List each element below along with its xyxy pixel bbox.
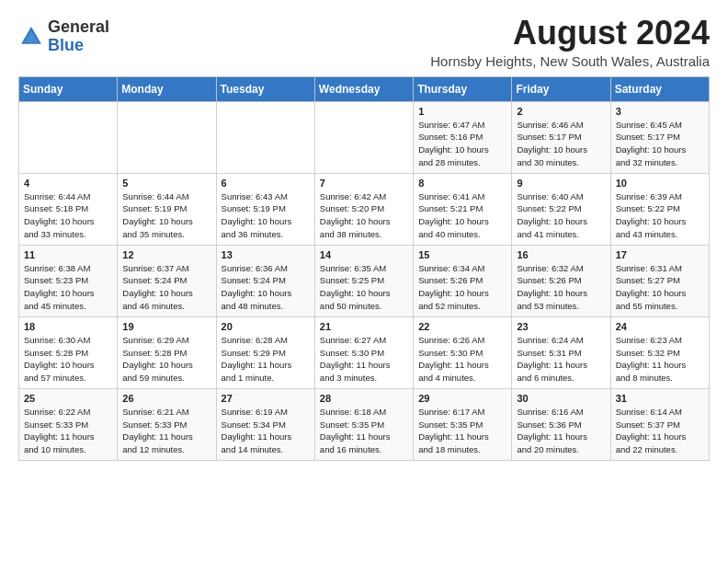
logo-text: General Blue bbox=[48, 18, 109, 55]
calendar-week-row: 4Sunrise: 6:44 AM Sunset: 5:18 PM Daylig… bbox=[19, 173, 710, 245]
calendar-cell: 6Sunrise: 6:43 AM Sunset: 5:19 PM Daylig… bbox=[216, 173, 314, 245]
day-info: Sunrise: 6:34 AM Sunset: 5:26 PM Dayligh… bbox=[418, 262, 506, 313]
calendar-week-row: 1Sunrise: 6:47 AM Sunset: 5:16 PM Daylig… bbox=[19, 101, 710, 173]
calendar-cell: 26Sunrise: 6:21 AM Sunset: 5:33 PM Dayli… bbox=[118, 388, 216, 460]
calendar-cell: 7Sunrise: 6:42 AM Sunset: 5:20 PM Daylig… bbox=[314, 173, 413, 245]
day-number: 16 bbox=[517, 249, 605, 260]
calendar-cell: 21Sunrise: 6:27 AM Sunset: 5:30 PM Dayli… bbox=[314, 316, 413, 388]
logo-icon bbox=[18, 24, 44, 50]
main-title: August 2024 bbox=[109, 15, 710, 52]
day-number: 4 bbox=[24, 178, 112, 189]
calendar-table: SundayMondayTuesdayWednesdayThursdayFrid… bbox=[18, 76, 710, 461]
calendar-cell: 30Sunrise: 6:16 AM Sunset: 5:36 PM Dayli… bbox=[512, 388, 610, 460]
weekday-header: Monday bbox=[118, 76, 216, 101]
calendar-cell: 2Sunrise: 6:46 AM Sunset: 5:17 PM Daylig… bbox=[512, 101, 610, 173]
day-info: Sunrise: 6:46 AM Sunset: 5:17 PM Dayligh… bbox=[517, 119, 605, 169]
day-number: 9 bbox=[517, 178, 605, 189]
day-info: Sunrise: 6:30 AM Sunset: 5:28 PM Dayligh… bbox=[24, 334, 112, 385]
calendar-cell: 17Sunrise: 6:31 AM Sunset: 5:27 PM Dayli… bbox=[610, 245, 709, 316]
calendar-cell: 13Sunrise: 6:36 AM Sunset: 5:24 PM Dayli… bbox=[216, 245, 314, 316]
day-info: Sunrise: 6:45 AM Sunset: 5:17 PM Dayligh… bbox=[616, 119, 704, 169]
day-info: Sunrise: 6:29 AM Sunset: 5:28 PM Dayligh… bbox=[122, 334, 210, 385]
day-number: 12 bbox=[122, 249, 210, 260]
calendar-cell: 5Sunrise: 6:44 AM Sunset: 5:19 PM Daylig… bbox=[118, 173, 216, 245]
calendar-cell bbox=[19, 101, 118, 173]
calendar-cell: 11Sunrise: 6:38 AM Sunset: 5:23 PM Dayli… bbox=[19, 245, 118, 316]
calendar-week-row: 11Sunrise: 6:38 AM Sunset: 5:23 PM Dayli… bbox=[19, 245, 710, 316]
logo-blue: Blue bbox=[48, 36, 84, 54]
calendar-week-row: 25Sunrise: 6:22 AM Sunset: 5:33 PM Dayli… bbox=[19, 388, 710, 460]
day-number: 22 bbox=[418, 321, 506, 332]
day-number: 6 bbox=[222, 178, 310, 189]
day-number: 1 bbox=[418, 106, 506, 117]
day-number: 10 bbox=[616, 178, 704, 189]
day-info: Sunrise: 6:19 AM Sunset: 5:34 PM Dayligh… bbox=[222, 406, 310, 456]
day-info: Sunrise: 6:17 AM Sunset: 5:35 PM Dayligh… bbox=[418, 406, 506, 456]
calendar-cell: 4Sunrise: 6:44 AM Sunset: 5:18 PM Daylig… bbox=[19, 173, 118, 245]
day-info: Sunrise: 6:41 AM Sunset: 5:21 PM Dayligh… bbox=[418, 190, 506, 241]
calendar-cell: 28Sunrise: 6:18 AM Sunset: 5:35 PM Dayli… bbox=[314, 388, 413, 460]
day-number: 19 bbox=[122, 321, 210, 332]
day-number: 7 bbox=[320, 178, 408, 189]
weekday-header: Friday bbox=[512, 76, 610, 101]
day-info: Sunrise: 6:24 AM Sunset: 5:31 PM Dayligh… bbox=[517, 334, 605, 385]
calendar-cell: 27Sunrise: 6:19 AM Sunset: 5:34 PM Dayli… bbox=[216, 388, 314, 460]
subtitle: Hornsby Heights, New South Wales, Austra… bbox=[109, 53, 710, 69]
day-number: 29 bbox=[418, 393, 506, 404]
weekday-header: Wednesday bbox=[314, 76, 413, 101]
day-info: Sunrise: 6:43 AM Sunset: 5:19 PM Dayligh… bbox=[222, 190, 310, 241]
day-info: Sunrise: 6:37 AM Sunset: 5:24 PM Dayligh… bbox=[122, 262, 210, 313]
day-number: 31 bbox=[616, 393, 704, 404]
calendar-cell: 29Sunrise: 6:17 AM Sunset: 5:35 PM Dayli… bbox=[414, 388, 512, 460]
calendar-cell bbox=[314, 101, 413, 173]
header: General Blue August 2024 Hornsby Heights… bbox=[18, 15, 710, 69]
weekday-header: Saturday bbox=[610, 76, 709, 101]
day-number: 11 bbox=[24, 249, 112, 260]
day-info: Sunrise: 6:39 AM Sunset: 5:22 PM Dayligh… bbox=[616, 190, 704, 241]
calendar-cell: 14Sunrise: 6:35 AM Sunset: 5:25 PM Dayli… bbox=[314, 245, 413, 316]
day-number: 14 bbox=[320, 249, 408, 260]
calendar-cell: 9Sunrise: 6:40 AM Sunset: 5:22 PM Daylig… bbox=[512, 173, 610, 245]
day-info: Sunrise: 6:22 AM Sunset: 5:33 PM Dayligh… bbox=[24, 406, 112, 456]
day-info: Sunrise: 6:42 AM Sunset: 5:20 PM Dayligh… bbox=[320, 190, 408, 241]
day-number: 15 bbox=[418, 249, 506, 260]
calendar-cell: 3Sunrise: 6:45 AM Sunset: 5:17 PM Daylig… bbox=[610, 101, 709, 173]
calendar-cell: 19Sunrise: 6:29 AM Sunset: 5:28 PM Dayli… bbox=[118, 316, 216, 388]
day-info: Sunrise: 6:18 AM Sunset: 5:35 PM Dayligh… bbox=[320, 406, 408, 456]
day-info: Sunrise: 6:35 AM Sunset: 5:25 PM Dayligh… bbox=[320, 262, 408, 313]
calendar-header-row: SundayMondayTuesdayWednesdayThursdayFrid… bbox=[19, 76, 710, 101]
calendar-cell: 18Sunrise: 6:30 AM Sunset: 5:28 PM Dayli… bbox=[19, 316, 118, 388]
day-info: Sunrise: 6:26 AM Sunset: 5:30 PM Dayligh… bbox=[418, 334, 506, 385]
calendar-cell: 25Sunrise: 6:22 AM Sunset: 5:33 PM Dayli… bbox=[19, 388, 118, 460]
day-info: Sunrise: 6:28 AM Sunset: 5:29 PM Dayligh… bbox=[222, 334, 310, 385]
calendar-cell bbox=[118, 101, 216, 173]
calendar-cell: 22Sunrise: 6:26 AM Sunset: 5:30 PM Dayli… bbox=[414, 316, 512, 388]
weekday-header: Thursday bbox=[414, 76, 512, 101]
calendar-cell: 15Sunrise: 6:34 AM Sunset: 5:26 PM Dayli… bbox=[414, 245, 512, 316]
calendar-cell: 16Sunrise: 6:32 AM Sunset: 5:26 PM Dayli… bbox=[512, 245, 610, 316]
calendar-cell: 10Sunrise: 6:39 AM Sunset: 5:22 PM Dayli… bbox=[610, 173, 709, 245]
day-info: Sunrise: 6:36 AM Sunset: 5:24 PM Dayligh… bbox=[222, 262, 310, 313]
calendar-cell: 12Sunrise: 6:37 AM Sunset: 5:24 PM Dayli… bbox=[118, 245, 216, 316]
day-info: Sunrise: 6:27 AM Sunset: 5:30 PM Dayligh… bbox=[320, 334, 408, 385]
day-number: 3 bbox=[616, 106, 704, 117]
day-info: Sunrise: 6:44 AM Sunset: 5:19 PM Dayligh… bbox=[122, 190, 210, 241]
weekday-header: Sunday bbox=[19, 76, 118, 101]
calendar-cell: 24Sunrise: 6:23 AM Sunset: 5:32 PM Dayli… bbox=[610, 316, 709, 388]
day-info: Sunrise: 6:44 AM Sunset: 5:18 PM Dayligh… bbox=[24, 190, 112, 241]
day-number: 26 bbox=[122, 393, 210, 404]
day-info: Sunrise: 6:32 AM Sunset: 5:26 PM Dayligh… bbox=[517, 262, 605, 313]
calendar-cell: 1Sunrise: 6:47 AM Sunset: 5:16 PM Daylig… bbox=[414, 101, 512, 173]
day-number: 21 bbox=[320, 321, 408, 332]
day-number: 20 bbox=[222, 321, 310, 332]
day-info: Sunrise: 6:38 AM Sunset: 5:23 PM Dayligh… bbox=[24, 262, 112, 313]
day-info: Sunrise: 6:16 AM Sunset: 5:36 PM Dayligh… bbox=[517, 406, 605, 456]
day-number: 28 bbox=[320, 393, 408, 404]
logo-general: General bbox=[48, 17, 109, 36]
title-area: August 2024 Hornsby Heights, New South W… bbox=[109, 15, 710, 69]
day-number: 27 bbox=[222, 393, 310, 404]
day-info: Sunrise: 6:21 AM Sunset: 5:33 PM Dayligh… bbox=[122, 406, 210, 456]
calendar-cell: 23Sunrise: 6:24 AM Sunset: 5:31 PM Dayli… bbox=[512, 316, 610, 388]
day-number: 5 bbox=[122, 178, 210, 189]
day-number: 17 bbox=[616, 249, 704, 260]
